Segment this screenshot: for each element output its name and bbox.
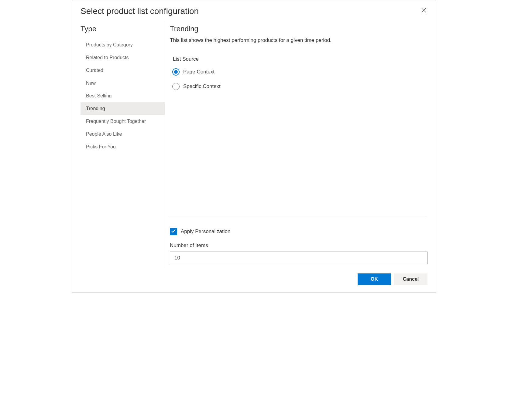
main-panel: Trending This list shows the highest per… bbox=[165, 22, 427, 267]
dialog-header: Select product list configuration bbox=[72, 0, 436, 22]
sidebar-item-frequently-bought-together[interactable]: Frequently Bought Together bbox=[81, 115, 165, 128]
list-source-radio-group: Page Context Specific Context bbox=[172, 68, 427, 97]
sidebar-item-curated[interactable]: Curated bbox=[81, 64, 165, 77]
close-button[interactable] bbox=[420, 6, 427, 15]
radio-icon bbox=[172, 83, 180, 90]
radio-page-context[interactable]: Page Context bbox=[172, 68, 427, 76]
dialog-footer: OK Cancel bbox=[72, 267, 436, 292]
sidebar-type: Type Products by Category Related to Pro… bbox=[81, 22, 165, 267]
sidebar-item-label: New bbox=[86, 80, 96, 86]
cancel-button[interactable]: Cancel bbox=[394, 273, 427, 285]
number-of-items-label: Number of Items bbox=[170, 242, 427, 249]
dialog-body: Type Products by Category Related to Pro… bbox=[72, 22, 436, 267]
sidebar-item-label: Products by Category bbox=[86, 42, 133, 47]
sidebar-item-label: Related to Products bbox=[86, 55, 129, 60]
sidebar-item-label: Best Selling bbox=[86, 93, 112, 98]
checkmark-icon bbox=[171, 229, 176, 235]
sidebar-item-label: Picks For You bbox=[86, 144, 116, 149]
sidebar-item-trending[interactable]: Trending bbox=[81, 102, 165, 115]
close-icon bbox=[421, 7, 426, 14]
radio-label: Page Context bbox=[183, 69, 215, 75]
sidebar-item-label: People Also Like bbox=[86, 131, 122, 137]
sidebar-item-best-selling[interactable]: Best Selling bbox=[81, 90, 165, 102]
apply-personalization-label: Apply Personalization bbox=[181, 229, 230, 235]
radio-icon bbox=[172, 68, 180, 76]
apply-personalization-row: Apply Personalization bbox=[170, 228, 427, 235]
sidebar-item-new[interactable]: New bbox=[81, 77, 165, 90]
sidebar-item-related-to-products[interactable]: Related to Products bbox=[81, 51, 165, 64]
cancel-button-label: Cancel bbox=[403, 276, 419, 282]
dialog-title: Select product list configuration bbox=[81, 6, 199, 16]
sidebar-item-products-by-category[interactable]: Products by Category bbox=[81, 39, 165, 51]
sidebar-heading: Type bbox=[81, 22, 165, 39]
sidebar-item-people-also-like[interactable]: People Also Like bbox=[81, 128, 165, 141]
sidebar-item-label: Curated bbox=[86, 68, 103, 73]
number-of-items-input[interactable] bbox=[170, 252, 427, 264]
dialog-select-product-list-configuration: Select product list configuration Type P… bbox=[72, 0, 436, 293]
main-description: This list shows the highest performing p… bbox=[170, 37, 427, 43]
apply-personalization-checkbox[interactable] bbox=[170, 228, 177, 235]
ok-button-label: OK bbox=[371, 276, 378, 282]
sidebar-list: Products by Category Related to Products… bbox=[81, 39, 165, 153]
bottom-section: Apply Personalization Number of Items bbox=[170, 216, 427, 267]
main-heading: Trending bbox=[170, 25, 427, 33]
radio-specific-context[interactable]: Specific Context bbox=[172, 83, 427, 90]
sidebar-item-picks-for-you[interactable]: Picks For You bbox=[81, 141, 165, 153]
sidebar-item-label: Frequently Bought Together bbox=[86, 119, 146, 124]
list-source-label: List Source bbox=[173, 56, 427, 62]
sidebar-item-label: Trending bbox=[86, 106, 105, 111]
ok-button[interactable]: OK bbox=[358, 273, 391, 285]
spacer bbox=[170, 97, 427, 216]
radio-label: Specific Context bbox=[183, 83, 221, 90]
radio-dot-icon bbox=[174, 70, 178, 74]
